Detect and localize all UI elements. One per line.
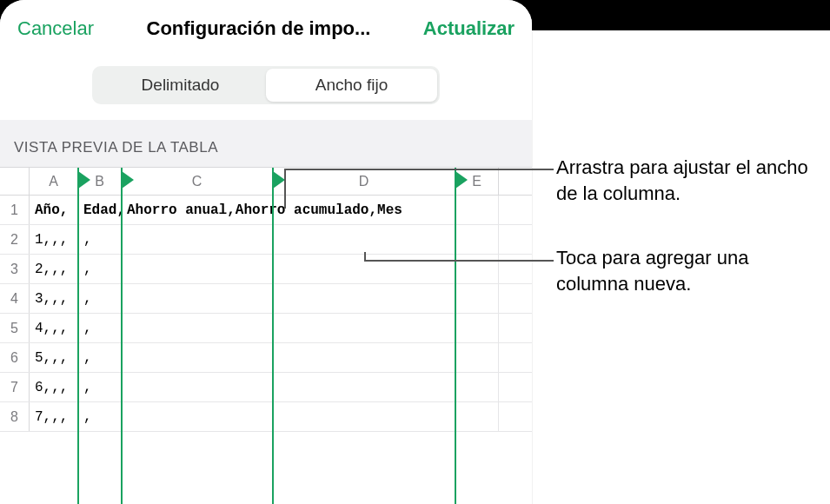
table-row: 76,,,, — [0, 373, 532, 402]
table-row: 21,,,, — [0, 225, 532, 255]
table-cell[interactable] — [273, 196, 455, 224]
column-boundary[interactable] — [455, 168, 456, 504]
sheet-title: Configuración de impo... — [147, 17, 371, 40]
table-cell[interactable] — [455, 196, 499, 224]
corner-spacer — [0, 168, 30, 195]
table-cell[interactable]: 6,,, — [30, 373, 78, 401]
table-cell[interactable] — [273, 343, 455, 372]
segmented-control-wrap: Delimitado Ancho fijo — [0, 54, 532, 120]
table-cell[interactable]: 3,,, — [30, 284, 78, 313]
table-cell[interactable] — [273, 402, 455, 431]
row-number: 6 — [0, 343, 30, 372]
table-row: 87,,,, — [0, 402, 532, 432]
table-row: 54,,,, — [0, 314, 532, 343]
column-width-handle[interactable] — [455, 171, 468, 189]
table-cell[interactable] — [273, 373, 455, 401]
table-cell[interactable]: , — [78, 255, 122, 283]
row-number: 3 — [0, 255, 30, 283]
table-cell[interactable] — [273, 314, 455, 342]
column-boundary[interactable] — [272, 168, 274, 504]
table-row: 32,,,, — [0, 255, 532, 284]
segment-fixed-width[interactable]: Ancho fijo — [266, 69, 437, 102]
row-number: 8 — [0, 402, 30, 431]
table-preview-header: VISTA PREVIA DE LA TABLA — [0, 120, 532, 168]
annotation-tap: Toca para agregar una columna nueva. — [556, 245, 826, 296]
table-row: 1Año,Edad,Ahorro anual,Ahorro acumulado,… — [0, 196, 532, 225]
table-cell[interactable]: 5,,, — [30, 343, 78, 372]
table-preview-area[interactable]: ABCDE 1Año,Edad,Ahorro anual,Ahorro acum… — [0, 168, 532, 504]
row-number: 5 — [0, 314, 30, 342]
import-settings-sheet: Cancelar Configuración de impo... Actual… — [0, 0, 532, 504]
table-cell[interactable] — [273, 284, 455, 313]
column-boundary[interactable] — [77, 168, 79, 504]
update-button[interactable]: Actualizar — [423, 17, 515, 40]
segment-delimited[interactable]: Delimitado — [95, 69, 266, 102]
table-cell[interactable] — [122, 255, 273, 283]
table-cell[interactable]: , — [78, 225, 122, 254]
table-cell[interactable] — [455, 255, 499, 283]
table-cell[interactable]: Edad, — [78, 196, 122, 224]
column-width-handle[interactable] — [122, 171, 134, 189]
table-row: 43,,,, — [0, 284, 532, 314]
table-row: 65,,,, — [0, 343, 532, 373]
column-header-c[interactable]: C — [122, 168, 273, 195]
row-number: 7 — [0, 373, 30, 401]
annotation-layer: Arrastra para ajustar el ancho de la col… — [556, 0, 826, 504]
row-number: 2 — [0, 225, 30, 254]
navigation-bar: Cancelar Configuración de impo... Actual… — [0, 0, 532, 54]
table-cell[interactable] — [455, 373, 499, 401]
column-width-handle[interactable] — [273, 171, 285, 189]
table-cell[interactable]: , — [78, 284, 122, 313]
column-width-handle[interactable] — [78, 171, 90, 189]
table-cell[interactable]: , — [78, 343, 122, 372]
table-cell[interactable]: 7,,, — [30, 402, 78, 431]
table-cell[interactable]: 4,,, — [30, 314, 78, 342]
table-cell[interactable]: , — [78, 402, 122, 431]
table-cell[interactable] — [273, 225, 455, 254]
table-cell[interactable] — [122, 225, 273, 254]
cancel-button[interactable]: Cancelar — [17, 17, 94, 40]
table-cell[interactable]: , — [78, 373, 122, 401]
table-cell[interactable]: Ahorro anual,Ahorro acumulado,Mes — [122, 196, 273, 224]
column-header-d[interactable]: D — [273, 168, 455, 195]
table-cell[interactable] — [455, 225, 499, 254]
column-header-a[interactable]: A — [30, 168, 78, 195]
table-cell[interactable]: , — [78, 314, 122, 342]
table-cell[interactable]: 2,,, — [30, 255, 78, 283]
table-cell[interactable] — [122, 314, 273, 342]
table-cell[interactable] — [122, 343, 273, 372]
row-number: 4 — [0, 284, 30, 313]
table-cell[interactable] — [122, 284, 273, 313]
table-cell[interactable] — [455, 402, 499, 431]
segmented-control: Delimitado Ancho fijo — [92, 66, 440, 104]
table-cell[interactable]: 1,,, — [30, 225, 78, 254]
table-cell[interactable] — [273, 255, 455, 283]
row-number: 1 — [0, 196, 30, 224]
table-cell[interactable] — [455, 314, 499, 342]
table-cell[interactable] — [122, 402, 273, 431]
column-boundary[interactable] — [121, 168, 123, 504]
table-cell[interactable] — [455, 284, 499, 313]
table-cell[interactable]: Año, — [30, 196, 78, 224]
annotation-drag: Arrastra para ajustar el ancho de la col… — [556, 155, 826, 206]
table-cell[interactable] — [455, 343, 499, 372]
table-cell[interactable] — [122, 373, 273, 401]
